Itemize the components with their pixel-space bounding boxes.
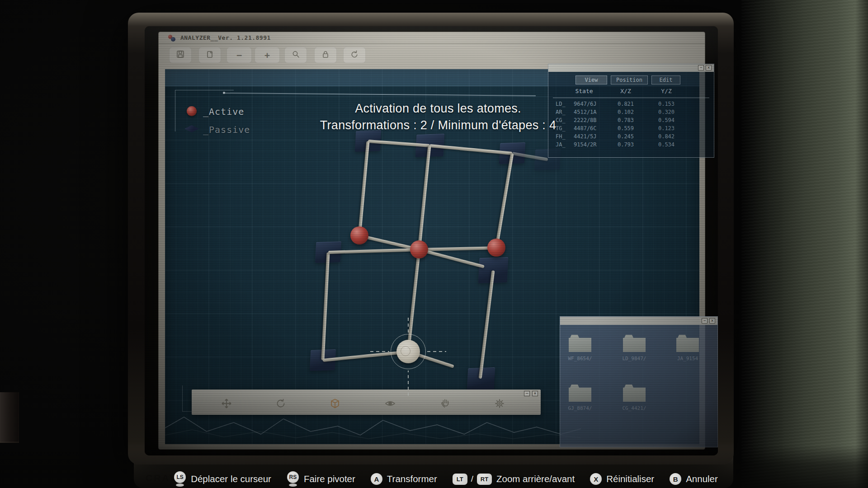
tab-edit[interactable]: Edit [651,75,680,84]
crt-screen: ANALYZER__Ver. 1.21.8991 − + [145,26,718,455]
desk-object [0,392,19,443]
objective-overlay: Activation de tous les atomes. Transform… [158,100,718,134]
hint-rotate: RS Faire pivoter [287,471,355,487]
b-button-icon: B [670,473,681,485]
hint-label: Annuler [686,474,718,484]
panel-titlebar: − × [548,64,714,72]
hint-transform: A Transformer [371,473,437,485]
hand-tool-icon[interactable] [439,398,451,409]
close-icon[interactable]: × [532,391,538,396]
bond-rod [419,246,496,251]
bond-rod [321,252,330,360]
folder-label: WF_8654/ [557,356,604,361]
objective-text: Activation de tous les atomes. [158,100,718,117]
active-atom [350,226,368,244]
hint-label: Transformer [387,474,437,484]
copy-button[interactable] [198,47,221,63]
column-header-yz: Y/Z [652,88,680,94]
zoom-out-button[interactable]: − [226,47,252,63]
cube-tool-icon[interactable] [329,398,341,409]
window-titlebar: ANALYZER__Ver. 1.21.8991 [159,32,705,44]
wall-texture [741,0,868,488]
bond-rod [419,248,485,268]
folder-label: CG_4421/ [611,405,658,411]
folder-label: JA_9154 [664,356,711,361]
hint-separator: / [471,474,473,484]
minimize-icon[interactable]: − [698,65,704,70]
floppy-icon [176,50,185,61]
hint-reset: X Réinitialiser [590,473,654,485]
row-xz: 0.245 [612,133,640,140]
column-header-xz: X/Z [612,88,640,94]
save-button[interactable] [169,47,192,63]
selection-cursor-orb[interactable] [396,340,420,363]
gamepad-hint-bar: LS Déplacer le curseur RS Faire pivoter … [12,470,868,488]
rotate-tool-icon[interactable] [275,398,287,409]
bond-rod [495,153,514,248]
bond-rod [418,145,431,250]
left-stick-icon: LS [174,471,186,487]
status-text: Transformations : 2 / Minimum d'étapes :… [158,117,718,134]
row-yz: 0.534 [652,141,680,148]
tab-view[interactable]: View [576,75,607,84]
bond-rod [358,141,369,236]
hint-label: Réinitialiser [606,474,654,484]
lock-button[interactable] [314,47,337,63]
undo-rotate-icon [350,50,359,61]
plus-icon: + [264,51,270,60]
tab-position[interactable]: Position [611,75,648,84]
folder-label: GJ_8874/ [557,405,604,411]
bond-rod [406,249,420,352]
tool-palette: − × [192,389,541,415]
monitor-bezel: ANALYZER__Ver. 1.21.8991 − + [128,13,734,465]
molecule-app-icon [168,34,177,42]
close-icon[interactable]: × [706,65,712,70]
row-id: FH_ [556,133,566,140]
header-divider [553,98,709,98]
close-icon[interactable]: × [709,318,715,324]
table-row: JA_9154/2R0.7930.534 [548,141,714,150]
hint-move-cursor: LS Déplacer le curseur [174,471,271,487]
row-code: 9154/2R [574,141,597,148]
hint-cancel: B Annuler [670,473,718,485]
move-tool-icon[interactable] [221,398,232,409]
ruler-line [224,93,536,96]
folder-label: LD_9847/ [611,356,658,361]
hint-label: Faire pivoter [304,474,355,484]
row-id: JA_ [556,141,566,148]
hint-zoom: LT / RT Zoom arrière/avant [453,474,575,485]
minimize-icon[interactable]: − [702,318,708,324]
active-atom [487,239,505,257]
search-button[interactable] [284,47,307,63]
folder-icon [676,335,699,352]
minimize-icon[interactable]: − [524,391,530,396]
panel-titlebar: − × [560,317,717,325]
folder-icon [623,335,646,352]
lock-icon [321,50,330,61]
reset-view-button[interactable] [343,47,366,63]
rt-button-icon: RT [477,474,492,485]
minus-icon: − [236,51,242,60]
lt-button-icon: LT [453,474,467,485]
x-button-icon: X [590,473,602,485]
document-icon [205,50,214,61]
zoom-in-button[interactable]: + [255,47,280,63]
folder-icon [569,385,591,402]
hint-label: Zoom arrière/avant [496,474,575,484]
right-stick-icon: RS [287,471,299,487]
window-title: ANALYZER__Ver. 1.21.8991 [180,34,271,41]
eye-tool-icon[interactable] [384,398,396,409]
table-row: FH_4421/5J0.2450.842 [548,133,714,141]
a-button-icon: A [371,473,382,485]
row-code: 4421/5J [574,133,597,140]
folder-icon [623,385,646,402]
scene: CRAVIDA ANALYZER__Ver. 1.21.8991 [0,0,868,488]
folder-icon [569,335,591,352]
row-yz: 0.842 [652,133,680,140]
bond-rod [479,270,495,379]
settings-gear-icon[interactable] [494,398,505,409]
column-header-state: State [565,88,604,94]
hint-label: Déplacer le curseur [191,474,271,484]
active-atom [410,240,428,258]
main-toolbar: − + [159,44,705,66]
